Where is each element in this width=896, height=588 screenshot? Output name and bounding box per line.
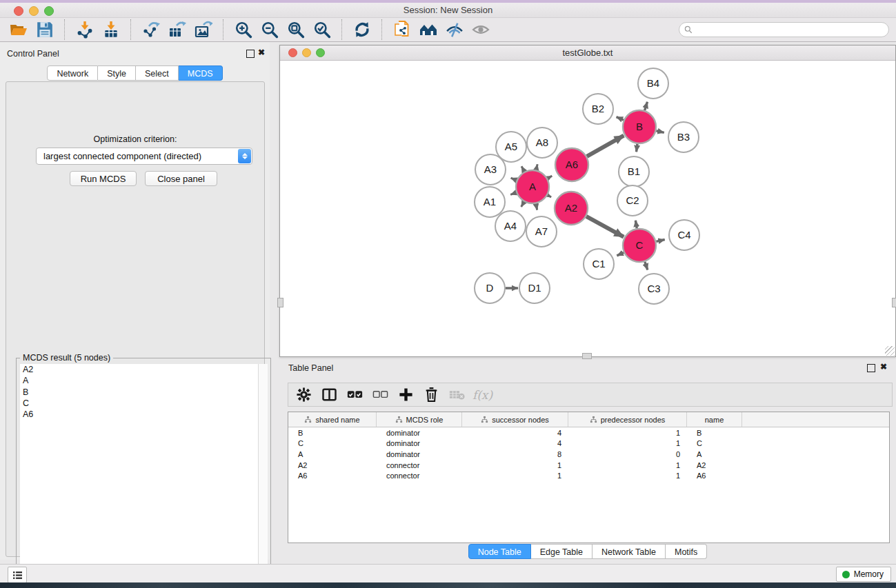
column-header-name[interactable]: name — [687, 412, 742, 427]
result-list-item[interactable]: A — [20, 375, 268, 386]
tab-style[interactable]: Style — [98, 65, 136, 81]
graph-node-A[interactable]: A — [516, 170, 549, 203]
graph-node-C4[interactable]: C4 — [669, 220, 699, 250]
float-table-panel-icon[interactable] — [867, 364, 875, 372]
cell-successor-nodes[interactable]: 8 — [462, 450, 568, 458]
refresh-button[interactable] — [349, 19, 375, 40]
graph-node-A6[interactable]: A6 — [555, 148, 588, 181]
edge-A-A3[interactable] — [511, 178, 517, 180]
edge-A6-B[interactable] — [587, 136, 624, 156]
network-window-titlebar[interactable]: testGlobe.txt — [280, 45, 895, 61]
graph-canvas[interactable]: A5A8A3A1A4A7AA6A2B2B4BB3B1C2CC4C1C3DD1 — [280, 60, 894, 355]
graph-node-A3[interactable]: A3 — [475, 154, 506, 185]
gear-button[interactable] — [291, 385, 317, 405]
resize-handle-left[interactable] — [277, 298, 283, 307]
cell-predecessor-nodes[interactable]: 0 — [568, 450, 687, 458]
home-button[interactable] — [415, 19, 441, 40]
cell-name[interactable]: C — [687, 439, 742, 447]
run-mcds-button[interactable]: Run MCDS — [70, 171, 137, 186]
cell-predecessor-nodes[interactable]: 1 — [568, 472, 687, 480]
hide-graphics-button[interactable] — [441, 19, 468, 40]
edge-A-A8[interactable] — [536, 164, 537, 170]
export-image-button[interactable] — [190, 19, 217, 40]
import-network-button[interactable] — [72, 19, 98, 40]
zoom-fit-button[interactable] — [283, 19, 309, 40]
close-panel-icon[interactable]: ✖ — [258, 48, 265, 57]
tab-motifs[interactable]: Motifs — [666, 544, 707, 559]
zoom-selected-button[interactable] — [309, 19, 335, 40]
edge-A-A1[interactable] — [510, 192, 516, 194]
edge-C-C4[interactable] — [656, 240, 664, 242]
close-panel-button[interactable]: Close panel — [145, 171, 217, 186]
result-list-item[interactable]: C — [20, 398, 268, 409]
edge-B-B4[interactable] — [645, 102, 648, 110]
edge-B-B2[interactable] — [617, 117, 624, 121]
graph-node-D[interactable]: D — [475, 273, 505, 303]
open-session-button[interactable] — [6, 19, 32, 40]
graph-node-B3[interactable]: B3 — [668, 122, 699, 152]
cell-name[interactable]: A6 — [687, 472, 742, 480]
deselect-all-button[interactable] — [368, 385, 393, 405]
column-header-MCDS-role[interactable]: MCDS role — [377, 412, 462, 427]
export-network-button[interactable] — [138, 19, 164, 40]
zoom-out-button[interactable] — [257, 19, 283, 40]
result-list-item[interactable]: A6 — [20, 409, 268, 420]
float-panel-icon[interactable] — [246, 50, 255, 58]
graph-node-A2[interactable]: A2 — [555, 192, 588, 225]
result-list-item[interactable]: B — [20, 387, 268, 398]
graph-node-C1[interactable]: C1 — [584, 249, 614, 279]
graph-node-A7[interactable]: A7 — [526, 216, 557, 247]
cell-predecessor-nodes[interactable]: 1 — [568, 429, 687, 437]
resize-grip-icon[interactable] — [885, 346, 895, 356]
graph-node-B[interactable]: B — [623, 110, 656, 143]
table-row[interactable]: A6connector11A6 — [288, 470, 889, 481]
table-row[interactable]: Adominator80A — [288, 449, 889, 460]
export-table-button[interactable] — [164, 19, 190, 40]
cell-MCDS-role[interactable]: dominator — [377, 450, 462, 458]
cell-MCDS-role[interactable]: dominator — [377, 439, 462, 447]
save-session-button[interactable] — [32, 19, 58, 40]
cell-MCDS-role[interactable]: connector — [377, 472, 462, 480]
edge-A-A4[interactable] — [521, 202, 524, 207]
zoom-in-button[interactable] — [230, 19, 257, 40]
cell-name[interactable]: B — [687, 429, 742, 437]
edge-C-C2[interactable] — [635, 221, 637, 229]
table-row[interactable]: Bdominator41B — [288, 427, 889, 438]
tab-node-table[interactable]: Node Table — [468, 544, 531, 559]
tab-select[interactable]: Select — [136, 65, 179, 81]
cell-shared-name[interactable]: A2 — [288, 461, 377, 469]
network-file-button[interactable] — [389, 19, 415, 40]
import-table-button[interactable] — [98, 19, 124, 40]
edge-A-A5[interactable] — [521, 166, 524, 172]
select-all-button[interactable] — [342, 385, 368, 405]
cell-MCDS-role[interactable]: connector — [377, 461, 462, 469]
edge-A-A2[interactable] — [548, 195, 551, 197]
cell-shared-name[interactable]: C — [288, 439, 377, 447]
add-row-button[interactable] — [393, 385, 419, 405]
tab-mcds[interactable]: MCDS — [179, 65, 223, 81]
cell-shared-name[interactable]: A — [288, 450, 377, 458]
cell-name[interactable]: A — [687, 450, 742, 458]
cell-predecessor-nodes[interactable]: 1 — [568, 439, 687, 447]
table-row[interactable]: Cdominator41C — [288, 438, 889, 449]
cell-MCDS-role[interactable]: dominator — [377, 429, 462, 437]
tab-network-table[interactable]: Network Table — [593, 544, 666, 559]
graph-node-C2[interactable]: C2 — [617, 185, 648, 216]
search-input[interactable] — [693, 25, 888, 34]
cell-predecessor-nodes[interactable]: 1 — [568, 461, 687, 469]
edge-B-B1[interactable] — [637, 144, 637, 152]
edge-A2-C[interactable] — [586, 216, 624, 237]
task-history-button[interactable] — [8, 567, 27, 583]
result-list-item[interactable]: A2 — [20, 364, 268, 375]
graph-node-B1[interactable]: B1 — [619, 156, 649, 187]
graph-node-A1[interactable]: A1 — [475, 187, 505, 217]
close-table-panel-icon[interactable]: ✖ — [880, 362, 887, 372]
edge-A-A6[interactable] — [548, 176, 552, 179]
memory-button[interactable]: Memory — [836, 567, 891, 582]
edge-A-A7[interactable] — [536, 204, 537, 210]
graph-node-A4[interactable]: A4 — [495, 211, 526, 241]
result-list-scrollbar[interactable] — [258, 364, 268, 588]
cell-successor-nodes[interactable]: 4 — [462, 439, 568, 447]
cell-shared-name[interactable]: A6 — [288, 472, 377, 480]
eye-disabled-button[interactable] — [468, 19, 494, 40]
